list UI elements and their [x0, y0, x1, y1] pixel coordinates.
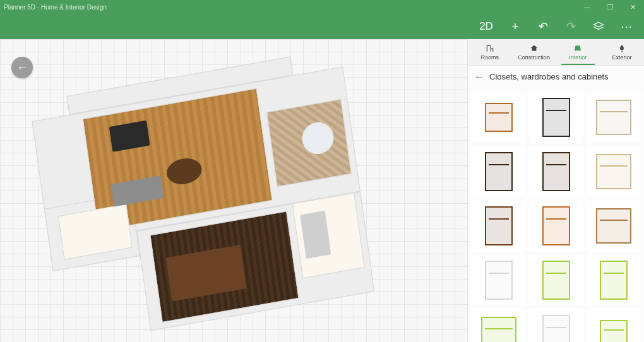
- catalog-item-bookcase-dark-2[interactable]: [529, 146, 583, 197]
- furniture-thumb-icon: [600, 320, 628, 342]
- design-canvas[interactable]: ←: [0, 39, 467, 342]
- category-back-button[interactable]: ←: [474, 71, 484, 83]
- furniture-thumb-icon: [481, 317, 516, 342]
- catalog-item-cabinet-lime-low[interactable]: [587, 309, 640, 342]
- redo-button[interactable]: ↷: [557, 14, 585, 39]
- category-header: ← Closets, wardrobes and cabinets: [468, 66, 644, 88]
- catalog-item-cabinet-white-glass[interactable]: [472, 255, 525, 305]
- interior-icon: [573, 44, 582, 54]
- tab-label: Rooms: [481, 54, 499, 61]
- furniture-thumb-icon: [485, 261, 513, 300]
- add-button[interactable]: +: [501, 14, 529, 39]
- tab-construction[interactable]: Construction: [512, 39, 556, 65]
- catalog-item-cabinet-lime-tall-2[interactable]: [587, 255, 640, 305]
- furniture-thumb-icon: [485, 152, 513, 191]
- furniture-thumb-icon: [542, 315, 570, 342]
- minimize-button[interactable]: —: [576, 0, 599, 14]
- close-button[interactable]: ✕: [621, 0, 644, 14]
- titlebar: Planner 5D - Home & Interior Design — ❐ …: [0, 0, 644, 14]
- tab-label: Interior: [569, 54, 587, 61]
- furniture-thumb-icon: [542, 261, 570, 300]
- furniture-thumb-icon: [485, 206, 513, 245]
- catalog-item-wardrobe-orange-short[interactable]: [472, 92, 525, 143]
- catalog-item-wardrobe-beige-panel[interactable]: [587, 92, 640, 143]
- tab-exterior[interactable]: Exterior: [600, 39, 644, 65]
- catalog-item-wardrobe-beige-curved[interactable]: [587, 146, 640, 197]
- exterior-icon: [617, 44, 626, 54]
- side-panel: Rooms Construction Interior Exterior: [467, 39, 644, 342]
- window-controls: — ❐ ✕: [576, 0, 644, 14]
- tab-label: Construction: [518, 54, 550, 61]
- layers-button[interactable]: [585, 14, 612, 39]
- svg-marker-0: [594, 22, 604, 27]
- category-title: Closets, wardrobes and cabinets: [489, 72, 609, 81]
- furniture-thumb-icon: [600, 261, 628, 300]
- catalog-item-cabinet-oak-doors[interactable]: [587, 201, 640, 251]
- furniture-thumb-icon: [596, 154, 631, 189]
- more-button[interactable]: ⋯: [612, 14, 640, 39]
- tab-rooms[interactable]: Rooms: [468, 39, 512, 65]
- restore-button[interactable]: ❐: [599, 0, 621, 14]
- furniture-thumb-icon: [542, 152, 570, 191]
- window-title: Planner 5D - Home & Interior Design: [4, 4, 107, 11]
- undo-button[interactable]: ↶: [529, 14, 557, 39]
- catalog-grid: [468, 88, 644, 342]
- furniture-thumb-icon: [596, 100, 631, 135]
- catalog-item-wardrobe-black-frame[interactable]: [529, 92, 583, 143]
- tab-label: Exterior: [612, 54, 632, 61]
- construction-icon: [530, 44, 539, 54]
- layers-icon: [593, 21, 604, 32]
- catalog-item-bookcase-walnut-open[interactable]: [472, 201, 525, 251]
- catalog-item-cabinet-lime-combo[interactable]: [472, 309, 525, 342]
- furniture-thumb-icon: [542, 98, 570, 137]
- canvas-back-button[interactable]: ←: [11, 57, 33, 78]
- catalog-item-cabinet-lime-tall-1[interactable]: [529, 255, 583, 305]
- panel-tabs: Rooms Construction Interior Exterior: [468, 39, 644, 66]
- floor-plan-render: [29, 41, 412, 342]
- rooms-icon: [486, 44, 494, 54]
- catalog-item-bookcase-orange-open[interactable]: [529, 201, 583, 251]
- main-toolbar: 2D + ↶ ↷ ⋯: [0, 14, 644, 39]
- view-mode-toggle[interactable]: 2D: [471, 14, 501, 39]
- furniture-thumb-icon: [596, 208, 631, 244]
- tab-interior[interactable]: Interior: [556, 39, 600, 65]
- furniture-thumb-icon: [485, 103, 513, 132]
- furniture-thumb-icon: [542, 206, 570, 245]
- catalog-item-bookcase-dark-1[interactable]: [472, 146, 525, 197]
- catalog-item-cabinet-white-open[interactable]: [529, 309, 583, 342]
